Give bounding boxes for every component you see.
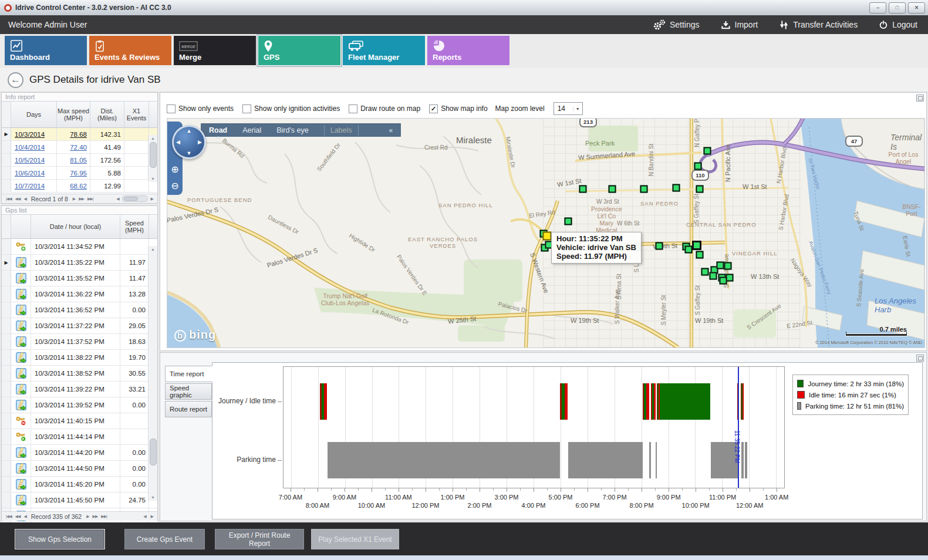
map-view-bird-s-eye[interactable]: Bird's eye: [276, 126, 309, 134]
checkbox-draw-route-on-map[interactable]: Draw route on map: [349, 104, 420, 113]
table-row[interactable]: 10/7/201468.6212.99: [2, 180, 157, 193]
hscroll-thumb[interactable]: [124, 197, 138, 201]
map-zoom-in-button[interactable]: ⊕: [169, 164, 181, 176]
gps-marker[interactable]: [685, 246, 693, 254]
pager-last-button[interactable]: ▶▶|: [87, 197, 93, 201]
max-speed-cell[interactable]: 72.40: [57, 141, 90, 153]
checkbox-box[interactable]: [349, 104, 357, 113]
create-gps-event-button[interactable]: Create Gps Event: [124, 529, 205, 549]
gps-marker[interactable]: [579, 185, 587, 193]
column-header[interactable]: Date / hour (local): [31, 215, 120, 238]
back-button[interactable]: ←: [8, 72, 23, 88]
days-cell[interactable]: 10/7/2014: [11, 180, 57, 192]
gps-row[interactable]: 10/3/2014 11:39:52 PM0.00: [2, 397, 157, 413]
gps-row[interactable]: 10/3/2014 11:37:52 PM18.63: [2, 334, 157, 350]
column-header[interactable]: Dist. (Miles): [90, 102, 124, 127]
gps-marker[interactable]: [701, 268, 709, 276]
transfer-activities-button[interactable]: Transfer Activities: [779, 20, 858, 30]
chevron-down-icon[interactable]: ▼: [573, 107, 582, 111]
column-header[interactable]: Days: [11, 102, 57, 127]
days-cell[interactable]: 10/3/2014: [11, 128, 57, 140]
pager-prev-group-button[interactable]: ◀◀: [15, 514, 21, 519]
gps-marker[interactable]: [692, 241, 701, 250]
checkbox-box[interactable]: [242, 104, 251, 113]
gps-marker[interactable]: [696, 185, 704, 193]
chart-tab-time-report[interactable]: Time report: [165, 366, 212, 382]
gps-marker[interactable]: [656, 242, 663, 250]
map-panel-collapse-button[interactable]: [916, 95, 924, 102]
info-report-scrollbar[interactable]: ▲ ▼: [148, 135, 157, 182]
scroll-up-icon[interactable]: ▲: [149, 247, 157, 251]
hscroll-right-icon[interactable]: ▶: [151, 197, 153, 201]
pager-next-button[interactable]: ▶: [73, 197, 75, 201]
show-gps-selection-button[interactable]: Show Gps Selection: [15, 529, 105, 549]
checkbox-box[interactable]: ✓: [429, 104, 438, 113]
checkbox-box[interactable]: [167, 104, 176, 113]
pager-hscrollbar[interactable]: ◀▶: [141, 514, 155, 519]
checkbox-show-only-ignition-activities[interactable]: Show only ignition activities: [242, 104, 340, 113]
hscroll-right-icon[interactable]: ▶: [151, 514, 153, 519]
gps-row[interactable]: ▶10/3/2014 11:35:22 PM11.97: [2, 255, 157, 271]
pager-next-group-button[interactable]: ▶▶: [79, 197, 84, 201]
window-minimize-button[interactable]: –: [869, 2, 886, 14]
column-header[interactable]: Max speed (MPH): [57, 102, 90, 127]
chart-panel-collapse-button[interactable]: [916, 355, 924, 362]
scroll-up-icon[interactable]: ▲: [149, 136, 157, 140]
map-toolbar-collapse-button[interactable]: «: [389, 126, 393, 134]
days-cell[interactable]: 10/4/2014: [11, 141, 57, 153]
gps-marker[interactable]: [720, 277, 727, 285]
gps-row[interactable]: 10/3/2014 11:40:15 PM: [2, 413, 157, 429]
gps-marker[interactable]: [717, 262, 724, 269]
hscroll-track[interactable]: [122, 195, 148, 202]
tab-fleet-manager[interactable]: Fleet Manager: [343, 36, 425, 65]
window-maximize-button[interactable]: □: [889, 2, 906, 14]
gps-row[interactable]: 10/3/2014 11:37:22 PM29.05: [2, 318, 157, 334]
logout-button[interactable]: Logout: [879, 20, 917, 29]
days-cell[interactable]: 10/5/2014: [11, 154, 57, 166]
scroll-down-icon[interactable]: ▼: [149, 495, 157, 500]
pager-last-button[interactable]: ▶▶|: [101, 514, 107, 519]
map-view-aerial[interactable]: Aerial: [242, 126, 261, 134]
selected-gps-marker[interactable]: [543, 232, 552, 241]
table-row[interactable]: 10/4/201472.4041.49: [2, 141, 157, 154]
tab-merge[interactable]: MERGEMerge: [174, 36, 256, 65]
map-pan-control[interactable]: ▲ ▼ ◀ ▶: [172, 125, 206, 159]
pan-up-icon[interactable]: ▲: [187, 128, 192, 134]
pager-first-button[interactable]: |◀◀: [6, 197, 12, 201]
import-button[interactable]: Import: [721, 20, 758, 30]
gps-row[interactable]: 10/3/2014 11:34:52 PM: [2, 239, 157, 255]
scroll-thumb[interactable]: [150, 142, 157, 168]
hscroll-left-icon[interactable]: ◀: [116, 197, 119, 201]
map-view-labels[interactable]: Labels: [324, 125, 359, 136]
tab-events-reviews[interactable]: Events & Reviews: [89, 36, 171, 65]
table-row[interactable]: 10/5/201481.05172.56: [2, 154, 157, 167]
column-header[interactable]: X1 Events: [124, 102, 149, 127]
gps-marker[interactable]: [565, 218, 572, 225]
pager-first-button[interactable]: |◀◀: [6, 514, 12, 519]
settings-button[interactable]: Settings: [653, 19, 700, 31]
pan-down-icon[interactable]: ▼: [187, 150, 192, 156]
window-close-button[interactable]: ✕: [908, 2, 925, 14]
gps-marker[interactable]: [673, 184, 680, 192]
pager-prev-button[interactable]: ◀: [23, 514, 26, 519]
gps-marker[interactable]: [704, 147, 711, 155]
map-zoom-select[interactable]: 14▼: [554, 102, 583, 115]
map[interactable]: MiralesteMiraleste DrCrest RdBurma RdSou…: [167, 118, 925, 348]
gps-row[interactable]: 10/3/2014 11:44:14 PM: [2, 429, 157, 445]
gps-list-scrollbar[interactable]: ▲ ▼: [148, 246, 157, 501]
pan-right-icon[interactable]: ▶: [198, 139, 202, 145]
hscroll-left-icon[interactable]: ◀: [143, 514, 146, 519]
gps-row[interactable]: 10/3/2014 11:45:20 PM0.00: [2, 477, 157, 492]
pager-prev-button[interactable]: ◀: [23, 197, 26, 201]
gps-marker[interactable]: [640, 185, 648, 193]
pager-prev-group-button[interactable]: ◀◀: [15, 197, 21, 201]
gps-marker[interactable]: [609, 185, 616, 193]
days-cell[interactable]: 10/6/2014: [11, 167, 57, 179]
tab-dashboard[interactable]: Dashboard: [5, 36, 87, 65]
checkbox-show-map-info[interactable]: ✓Show map info: [429, 104, 487, 113]
map-view-road[interactable]: Road: [209, 126, 227, 134]
pan-left-icon[interactable]: ◀: [176, 139, 180, 145]
gps-marker[interactable]: [696, 251, 704, 259]
table-row[interactable]: 10/6/201476.955.88: [2, 167, 157, 180]
gps-row[interactable]: 10/3/2014 11:35:52 PM11.47: [2, 271, 157, 286]
